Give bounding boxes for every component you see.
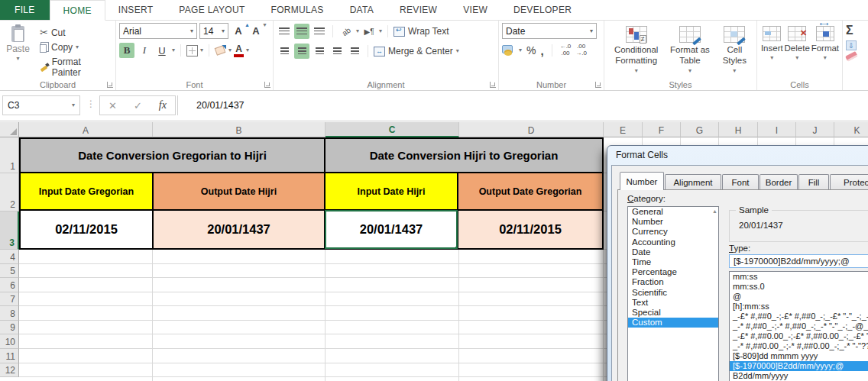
copy-button[interactable]: Copy ▾ <box>37 41 113 53</box>
ribbon-tab-formulas[interactable]: FORMULAS <box>258 0 337 20</box>
borders-icon[interactable] <box>186 45 198 57</box>
type-list-item-2[interactable]: @ <box>730 292 868 302</box>
align-center-button[interactable] <box>294 44 309 59</box>
fill-down-icon[interactable]: ⇩ <box>846 40 857 50</box>
row-header-9[interactable]: 9 <box>0 321 19 334</box>
insert-function-icon[interactable]: fx <box>159 99 167 111</box>
category-item-text[interactable]: Text <box>628 298 718 308</box>
dialog-tab-number[interactable]: Number <box>620 172 664 190</box>
row-header-7[interactable]: 7 <box>0 292 19 306</box>
column-header-c[interactable]: C <box>326 122 459 137</box>
align-top-button[interactable] <box>277 24 292 39</box>
type-list-item-3[interactable]: [h]:mm:ss <box>730 302 868 312</box>
clipboard-dialog-launcher[interactable] <box>107 82 113 88</box>
row-header-3[interactable]: 3 <box>0 211 19 250</box>
orientation-caret-icon[interactable]: ▾ <box>356 28 359 34</box>
orientation-button[interactable]: ab <box>335 21 357 42</box>
column-header-a[interactable]: A <box>19 122 153 137</box>
merge-center-button[interactable]: Merge & Center ▾ <box>374 46 459 57</box>
conditional-formatting-button[interactable]: ≠ Conditional Formatting ▾ <box>609 23 664 78</box>
fill-color-icon[interactable] <box>215 45 226 57</box>
category-item-number[interactable]: Number <box>628 217 718 227</box>
increase-decimal-button[interactable]: ←.0 .00 <box>560 44 572 57</box>
autosum-icon[interactable]: Σ <box>846 24 853 37</box>
increase-indent-button[interactable] <box>347 44 362 59</box>
type-list-item-8[interactable]: [$-809]dd mmmm yyyy <box>730 351 868 361</box>
column-header-e[interactable]: E <box>604 122 643 137</box>
delete-cells-button[interactable]: ✕ Delete ▾ <box>785 23 810 78</box>
cell-c2-header[interactable]: Input Date Hijri <box>325 173 458 210</box>
scroll-up-icon[interactable]: ▲ <box>712 208 717 214</box>
cell-d2-header[interactable]: Output Date Gregorian <box>458 173 603 210</box>
column-header-f[interactable]: F <box>643 122 681 137</box>
row-header-2[interactable]: 2 <box>0 173 19 211</box>
format-painter-button[interactable]: Format Painter <box>37 56 113 79</box>
underline-button[interactable]: U <box>154 43 170 58</box>
cell-b2-header[interactable]: Output Date Hijri <box>153 173 325 210</box>
chevron-down-icon[interactable]: ▾ <box>17 56 20 62</box>
ribbon-tab-page-layout[interactable]: PAGE LAYOUT <box>166 0 257 20</box>
font-size-combo[interactable]: 14 ▾ <box>199 23 228 39</box>
font-name-combo[interactable]: Arial ▾ <box>119 23 197 39</box>
column-header-d[interactable]: D <box>459 122 604 137</box>
cell-c3-selected[interactable]: 20/01/1437 <box>325 210 458 249</box>
decrease-indent-button[interactable] <box>329 44 345 59</box>
cell-a2-header[interactable]: Input Date Gregorian <box>20 173 153 210</box>
align-right-button[interactable] <box>312 44 327 59</box>
alignment-dialog-launcher[interactable] <box>490 82 496 88</box>
ribbon-tab-developer[interactable]: DEVELOPER <box>500 0 585 20</box>
grow-font-button[interactable]: A▲ <box>231 24 246 39</box>
decrease-decimal-button[interactable]: .00 →.0 <box>575 44 587 57</box>
category-item-custom[interactable]: Custom <box>628 318 718 328</box>
type-list-item-6[interactable]: _-£* #,##0.00_-;-£* #,##0.00_-;_-£* "-"?… <box>730 331 868 341</box>
paste-button[interactable]: Paste ▾ <box>3 23 33 78</box>
dialog-tab-protection[interactable]: Protection <box>830 174 868 190</box>
align-left-button[interactable] <box>277 44 292 59</box>
category-item-general[interactable]: General <box>628 207 718 217</box>
category-item-accounting[interactable]: Accounting <box>628 237 718 247</box>
type-list-item-0[interactable]: mm:ss <box>730 272 868 282</box>
column-header-j[interactable]: J <box>796 122 834 137</box>
category-item-percentage[interactable]: Percentage <box>628 267 718 277</box>
row-header-4[interactable]: 4 <box>0 250 19 264</box>
comma-style-button[interactable]: , <box>540 44 543 57</box>
wrap-text-button[interactable]: Wrap Text <box>394 26 449 37</box>
borders-caret-icon[interactable]: ▾ <box>200 47 203 53</box>
number-dialog-launcher[interactable] <box>595 82 601 88</box>
font-color-button[interactable]: A <box>234 44 244 57</box>
cell-b3-value[interactable]: 20/01/1437 <box>153 210 325 249</box>
row-header-5[interactable]: 5 <box>0 264 19 278</box>
category-item-scientific[interactable]: Scientific <box>628 288 718 298</box>
fill-handle[interactable] <box>455 246 458 249</box>
insert-cells-button[interactable]: Insert ▾ <box>761 23 783 78</box>
column-header-i[interactable]: I <box>758 122 796 137</box>
dialog-tab-border[interactable]: Border <box>760 174 798 190</box>
number-format-combo[interactable]: Date ▾ <box>502 23 597 39</box>
column-header-g[interactable]: G <box>681 122 719 137</box>
format-as-table-button[interactable]: Format as Table ▾ <box>666 23 714 78</box>
dialog-tab-font[interactable]: Font <box>722 174 759 190</box>
dialog-tab-fill[interactable]: Fill <box>798 174 829 190</box>
type-list-item-5[interactable]: _-* #,##0_-;-* #,##0_-;_-* "-"_-;_-@_- <box>730 321 868 331</box>
category-item-time[interactable]: Time <box>628 257 718 267</box>
ribbon-tab-review[interactable]: REVIEW <box>387 0 450 20</box>
enter-icon[interactable]: ✓ <box>134 100 142 111</box>
direction-caret-icon[interactable]: ▾ <box>379 28 382 34</box>
underline-caret-icon[interactable]: ▾ <box>172 47 175 53</box>
align-middle-button[interactable] <box>294 24 309 39</box>
dialog-tab-alignment[interactable]: Alignment <box>665 174 721 190</box>
row-header-6[interactable]: 6 <box>0 278 19 292</box>
bold-button[interactable]: B <box>119 43 134 58</box>
category-item-special[interactable]: Special <box>628 308 718 318</box>
row-header-1[interactable]: 1 <box>0 137 19 173</box>
merge-caret-icon[interactable]: ▾ <box>456 48 459 54</box>
formula-input[interactable]: 20/01/1437 <box>177 95 868 115</box>
cell-a1-title[interactable]: Date Conversion Gregorian to Hijri <box>20 138 325 173</box>
format-cells-button[interactable]: ⟷ Format ▾ <box>811 23 839 78</box>
category-item-fraction[interactable]: Fraction <box>628 277 718 287</box>
shrink-font-button[interactable]: A▼ <box>248 24 264 39</box>
type-list-item-7[interactable]: _-* #,##0.00_-;-* #,##0.00_-;_-* "-"??_-… <box>730 341 868 351</box>
percent-style-button[interactable]: % <box>526 44 536 57</box>
dialog-title[interactable]: Format Cells <box>616 150 668 160</box>
cell-c1-title[interactable]: Date Conversion Hijri to Gregorian <box>325 138 603 173</box>
